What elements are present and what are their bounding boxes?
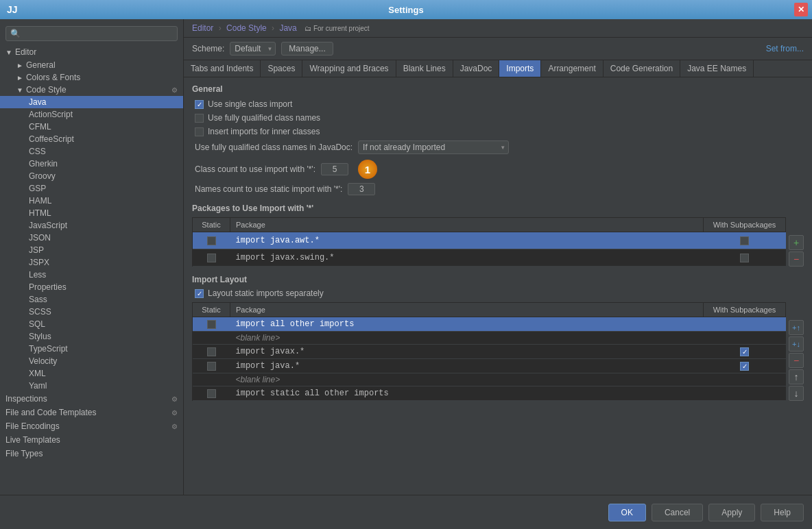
layout-table-container: Static Package With Subpackages import a… [192, 302, 804, 401]
expand-arrow-icon: ▼ [16, 86, 23, 94]
sidebar-item-cfml[interactable]: CFML [0, 121, 183, 133]
names-count-row: Names count to use static import with '*… [192, 183, 804, 195]
table-row[interactable]: import static all other imports [193, 386, 786, 401]
move-up-button[interactable]: ↑ [789, 369, 804, 384]
help-button[interactable]: Help [761, 504, 804, 521]
sidebar-item-sql[interactable]: SQL [0, 318, 183, 330]
checkbox-static-l1[interactable] [207, 320, 216, 329]
move-down-button[interactable]: ↓ [789, 386, 804, 401]
sidebar-item-file-types[interactable]: File Types [0, 447, 183, 460]
manage-button[interactable]: Manage... [281, 42, 333, 56]
sidebar-item-java[interactable]: Java [0, 96, 183, 108]
layout-static-label: Layout static imports separately [208, 288, 324, 298]
class-count-input[interactable] [321, 163, 348, 175]
sidebar-item-haml[interactable]: HAML [0, 195, 183, 207]
checkbox-single-class[interactable] [195, 100, 204, 109]
table-row[interactable]: import java.* [193, 359, 786, 373]
sidebar-item-groovy[interactable]: Groovy [0, 170, 183, 182]
sidebar-item-live-templates[interactable]: Live Templates [0, 433, 183, 447]
checkbox-static-1[interactable] [207, 236, 216, 245]
tab-arrangement[interactable]: Arrangement [541, 60, 603, 77]
sidebar-item-stylus[interactable]: Stylus [0, 330, 183, 343]
tab-wrapping[interactable]: Wrapping and Braces [302, 60, 396, 77]
sidebar-item-code-style[interactable]: ▼ Code Style ⚙ [0, 84, 183, 96]
names-count-label: Names count to use static import with '*… [195, 184, 342, 194]
table-row[interactable]: <blank line> [193, 373, 786, 386]
sidebar-item-editor[interactable]: ▼ Editor [0, 45, 183, 59]
tab-javadoc[interactable]: JavaDoc [453, 60, 500, 77]
set-from-link[interactable]: Set from... [766, 44, 804, 53]
sidebar-item-less[interactable]: Less [0, 269, 183, 281]
checkbox-static-l4[interactable] [207, 362, 216, 371]
col-package: Package [230, 218, 704, 232]
checkbox-static-2[interactable] [207, 254, 216, 262]
cancel-button[interactable]: Cancel [652, 504, 703, 521]
tab-blank-lines[interactable]: Blank Lines [396, 60, 453, 77]
sidebar-item-gsp[interactable]: GSP [0, 182, 183, 195]
add-above-button[interactable]: +↑ [789, 320, 804, 335]
tab-java-ee[interactable]: Java EE Names [680, 60, 754, 77]
table-row[interactable]: import javax.* [193, 345, 786, 359]
sidebar-item-colors-fonts[interactable]: ► Colors & Fonts [0, 71, 183, 84]
content-area: Editor › Code Style › Java 🗂 For current… [184, 19, 812, 495]
checkbox-inner-classes-row: Insert imports for inner classes [192, 127, 804, 136]
sidebar-item-label: File Types [5, 449, 43, 458]
table-row[interactable]: <blank line> [193, 332, 786, 345]
qualified-dropdown[interactable]: If not already Imported Always Never [358, 140, 509, 154]
tab-tabs-indents[interactable]: Tabs and Indents [184, 60, 261, 77]
sidebar-item-general[interactable]: ► General [0, 59, 183, 71]
names-count-input[interactable] [348, 183, 375, 195]
checkbox-inner-classes[interactable] [195, 127, 204, 136]
sidebar-item-javascript[interactable]: JavaScript [0, 219, 183, 232]
close-button[interactable]: ✕ [794, 3, 808, 16]
checkbox-static-l6[interactable] [207, 389, 216, 398]
sidebar-item-actionscript[interactable]: ActionScript [0, 108, 183, 121]
checkbox-subpkg-l4[interactable] [740, 362, 749, 371]
apply-button[interactable]: Apply [708, 504, 755, 521]
scheme-select[interactable]: Default [230, 42, 276, 56]
checkbox-fully-qualified[interactable] [195, 114, 204, 123]
sidebar-item-properties[interactable]: Properties [0, 281, 183, 293]
add-package-button[interactable]: + [789, 235, 804, 250]
sidebar-search-box[interactable]: 🔍 [5, 26, 178, 41]
sidebar-item-sass[interactable]: Sass [0, 293, 183, 306]
sidebar-item-gherkin[interactable]: Gherkin [0, 158, 183, 170]
table-row[interactable]: import java.awt.* [193, 232, 786, 249]
sidebar-item-html[interactable]: HTML [0, 207, 183, 219]
title-bar: JJ Settings ✕ [0, 0, 812, 19]
cell-subpkg [704, 317, 786, 332]
tab-imports[interactable]: Imports [499, 60, 541, 77]
checkbox-layout-static[interactable] [195, 289, 204, 298]
sidebar-item-typescript[interactable]: TypeScript [0, 343, 183, 355]
remove-package-button[interactable]: − [789, 251, 804, 267]
sidebar-item-inspections[interactable]: Inspections ⚙ [0, 392, 183, 406]
sidebar-item-label: Velocity [29, 356, 57, 366]
cell-static [193, 232, 230, 249]
search-input[interactable] [23, 29, 173, 38]
ok-button[interactable]: OK [608, 504, 646, 521]
sidebar-item-file-encodings[interactable]: File Encodings ⚙ [0, 419, 183, 433]
table-row[interactable]: import javax.swing.* [193, 249, 786, 267]
add-below-button[interactable]: +↓ [789, 336, 804, 352]
remove-layout-button[interactable]: − [789, 353, 804, 368]
sidebar-item-css[interactable]: CSS [0, 145, 183, 158]
sidebar-item-scss[interactable]: SCSS [0, 306, 183, 318]
checkbox-subpkg-1[interactable] [740, 236, 749, 245]
sidebar-item-yaml[interactable]: Yaml [0, 380, 183, 392]
tab-code-generation[interactable]: Code Generation [604, 60, 680, 77]
sidebar-item-json[interactable]: JSON [0, 232, 183, 244]
checkbox-static-l3[interactable] [207, 347, 216, 356]
sidebar-item-velocity[interactable]: Velocity [0, 355, 183, 367]
sidebar-item-coffeescript[interactable]: CoffeeScript [0, 133, 183, 145]
checkbox-subpkg-2[interactable] [740, 254, 749, 262]
checkbox-subpkg-l3[interactable] [740, 347, 749, 356]
scheme-label: Scheme: [192, 44, 224, 53]
sidebar-item-xml[interactable]: XML [0, 367, 183, 380]
table-row[interactable]: import all other imports [193, 317, 786, 332]
scheme-select-wrap: Default [230, 42, 276, 56]
sidebar-item-jspx[interactable]: JSPX [0, 256, 183, 269]
tab-spaces[interactable]: Spaces [261, 60, 302, 77]
sidebar-item-jsp[interactable]: JSP [0, 244, 183, 256]
sidebar-item-label: File Encodings [5, 421, 60, 431]
sidebar-item-file-code-templates[interactable]: File and Code Templates ⚙ [0, 406, 183, 419]
